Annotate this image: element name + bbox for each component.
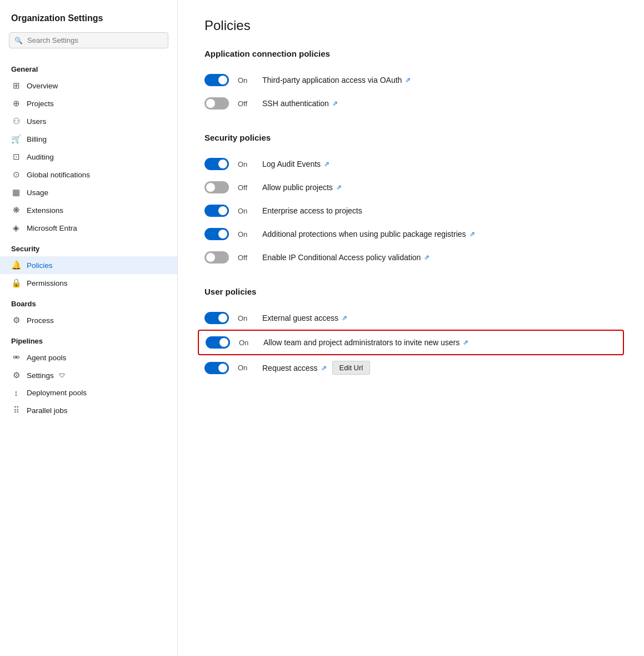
policy-row-oauth: OnThird-party application access via OAu… <box>204 68 617 92</box>
toggle-ssh[interactable] <box>204 97 229 110</box>
toggle-enterprise-access[interactable] <box>204 205 229 217</box>
policy-text-enterprise-access: Enterprise access to projects <box>262 206 362 215</box>
sidebar-title: Organization Settings <box>0 9 177 32</box>
toggle-label-ip-conditional: Off <box>238 254 253 262</box>
link-icon-ssh[interactable]: ⇗ <box>332 100 338 107</box>
toggle-public-projects[interactable] <box>204 181 229 193</box>
permissions-icon: 🔒 <box>11 278 21 288</box>
policy-text-oauth: Third-party application access via OAuth… <box>262 76 411 85</box>
policy-row-request-access: OnRequest access⇗Edit Url <box>204 355 617 380</box>
toggle-label-log-audit: On <box>238 160 253 168</box>
policy-sections: Application connection policiesOnThird-p… <box>204 49 617 380</box>
link-icon-public-projects[interactable]: ⇗ <box>336 183 342 191</box>
section-application-connection: Application connection policiesOnThird-p… <box>204 49 617 115</box>
sidebar-item-parallel-jobs[interactable]: ⠿Parallel jobs <box>0 401 177 419</box>
toggle-invite-users[interactable] <box>206 336 230 349</box>
policy-row-ip-conditional: OffEnable IP Conditional Access policy v… <box>204 246 617 269</box>
toggle-label-oauth: On <box>238 76 253 85</box>
sidebar-item-microsoft-entra[interactable]: ◈Microsoft Entra <box>0 219 177 237</box>
sidebar: Organization Settings 🔍 General⊞Overview… <box>0 0 178 656</box>
agent-pools-label: Agent pools <box>27 354 66 362</box>
section-security-policies: Security policiesOnLog Audit Events⇗OffA… <box>204 133 617 269</box>
settings-icon: ⚙ <box>11 370 21 380</box>
sidebar-item-users[interactable]: ⚇Users <box>0 112 177 130</box>
process-icon: ⚙ <box>11 315 21 325</box>
policy-text-ip-conditional: Enable IP Conditional Access policy vali… <box>262 253 430 262</box>
sidebar-item-permissions[interactable]: 🔒Permissions <box>0 274 177 292</box>
sidebar-item-extensions[interactable]: ❋Extensions <box>0 201 177 219</box>
auditing-icon: ⊡ <box>11 152 21 162</box>
deployment-pools-icon: ↕ <box>11 388 21 397</box>
policy-row-ssh: OffSSH authentication⇗ <box>204 92 617 115</box>
toggle-label-package-registries: On <box>238 230 253 238</box>
link-icon-ip-conditional[interactable]: ⇗ <box>424 254 430 261</box>
section-title-user-policies: User policies <box>204 287 617 296</box>
global-notifications-label: Global notifications <box>27 171 90 179</box>
settings-badge: 🛡 <box>59 372 65 379</box>
extensions-icon: ❋ <box>11 205 21 215</box>
policy-row-invite-users: OnAllow team and project administrators … <box>198 330 624 355</box>
search-icon: 🔍 <box>14 37 23 44</box>
section-title-security-policies: Security policies <box>204 133 617 142</box>
sidebar-item-settings[interactable]: ⚙Settings🛡 <box>0 366 177 384</box>
sidebar-section-security: Security <box>0 237 177 256</box>
section-user-policies: User policiesOnExternal guest access⇗OnA… <box>204 287 617 380</box>
sidebar-item-auditing[interactable]: ⊡Auditing <box>0 148 177 166</box>
parallel-jobs-icon: ⠿ <box>11 405 21 415</box>
settings-label: Settings <box>27 371 54 380</box>
policy-row-package-registries: OnAdditional protections when using publ… <box>204 222 617 246</box>
policy-text-ssh: SSH authentication⇗ <box>262 99 338 108</box>
section-title-application-connection: Application connection policies <box>204 49 617 58</box>
sidebar-item-deployment-pools[interactable]: ↕Deployment pools <box>0 384 177 401</box>
toggle-request-access[interactable] <box>204 362 229 374</box>
policy-row-guest-access: OnExternal guest access⇗ <box>204 306 617 330</box>
usage-icon: ▦ <box>11 187 21 197</box>
policy-text-package-registries: Additional protections when using public… <box>262 230 475 238</box>
search-input[interactable] <box>9 32 168 48</box>
overview-icon: ⊞ <box>11 81 21 91</box>
permissions-label: Permissions <box>27 279 68 287</box>
billing-label: Billing <box>27 135 47 143</box>
microsoft-entra-label: Microsoft Entra <box>27 224 77 232</box>
link-icon-invite-users[interactable]: ⇗ <box>463 339 468 346</box>
policy-text-invite-users: Allow team and project administrators to… <box>263 338 468 347</box>
toggle-label-guest-access: On <box>238 314 253 322</box>
policy-text-log-audit: Log Audit Events⇗ <box>262 160 330 168</box>
process-label: Process <box>27 316 54 325</box>
extensions-label: Extensions <box>27 206 63 215</box>
link-icon-oauth[interactable]: ⇗ <box>405 76 411 84</box>
sidebar-section-boards: Boards <box>0 292 177 311</box>
toggle-guest-access[interactable] <box>204 312 229 324</box>
toggle-oauth[interactable] <box>204 74 229 86</box>
users-label: Users <box>27 117 46 126</box>
main-content: Policies Application connection policies… <box>178 0 644 656</box>
sidebar-item-agent-pools[interactable]: ⚮Agent pools <box>0 349 177 366</box>
overview-label: Overview <box>27 82 58 90</box>
link-icon-request-access[interactable]: ⇗ <box>321 364 327 372</box>
sidebar-item-overview[interactable]: ⊞Overview <box>0 77 177 95</box>
sidebar-item-usage[interactable]: ▦Usage <box>0 183 177 201</box>
toggle-label-enterprise-access: On <box>238 207 253 215</box>
edit-url-button-request-access[interactable]: Edit Url <box>332 361 371 375</box>
toggle-label-public-projects: Off <box>238 183 253 192</box>
projects-icon: ⊕ <box>11 98 21 108</box>
sidebar-sections: General⊞Overview⊕Projects⚇Users🛒Billing⊡… <box>0 57 177 419</box>
toggle-ip-conditional[interactable] <box>204 251 229 264</box>
link-icon-package-registries[interactable]: ⇗ <box>470 230 475 238</box>
sidebar-item-projects[interactable]: ⊕Projects <box>0 95 177 112</box>
sidebar-item-process[interactable]: ⚙Process <box>0 311 177 329</box>
auditing-label: Auditing <box>27 153 54 161</box>
deployment-pools-label: Deployment pools <box>27 389 87 397</box>
link-icon-log-audit[interactable]: ⇗ <box>324 160 330 168</box>
toggle-package-registries[interactable] <box>204 228 229 240</box>
sidebar-section-pipelines: Pipelines <box>0 329 177 349</box>
sidebar-item-billing[interactable]: 🛒Billing <box>0 130 177 148</box>
microsoft-entra-icon: ◈ <box>11 223 21 233</box>
toggle-label-request-access: On <box>238 364 253 372</box>
toggle-log-audit[interactable] <box>204 158 229 170</box>
sidebar-item-policies[interactable]: 🔔Policies <box>0 256 177 274</box>
link-icon-guest-access[interactable]: ⇗ <box>342 314 347 322</box>
toggle-label-invite-users: On <box>239 339 254 347</box>
sidebar-item-global-notifications[interactable]: ⊙Global notifications <box>0 166 177 183</box>
policy-text-request-access: Request access⇗Edit Url <box>262 361 370 375</box>
